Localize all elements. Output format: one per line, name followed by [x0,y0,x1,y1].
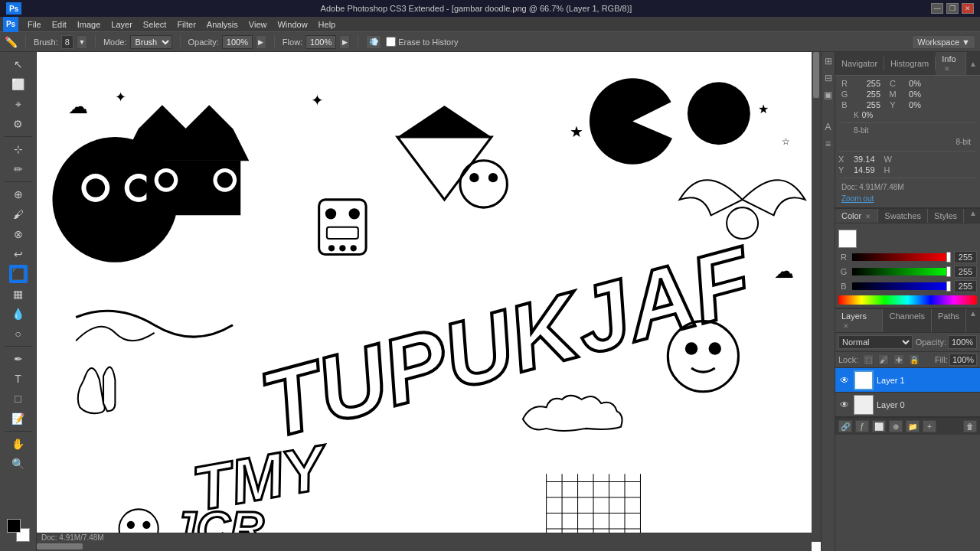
lock-paint-icon[interactable]: 🖌 [878,354,889,365]
airbrush-icon[interactable]: 💨 [366,35,381,49]
history-brush-tool[interactable]: ↩ [9,245,28,263]
v-scroll-thumb[interactable] [813,52,819,98]
lock-move-icon[interactable]: ✚ [893,354,904,365]
close-button[interactable]: ✕ [962,3,974,14]
text-tool[interactable]: T [9,370,28,388]
tab-color[interactable]: Color ✕ [835,209,878,223]
layer-adjustment-button[interactable]: ⊕ [889,420,903,432]
erase-to-history-checkbox[interactable] [386,37,396,47]
pen-tool[interactable]: ✒ [9,350,28,368]
panel-toggle-3[interactable]: ▣ [822,89,835,101]
layer-0-name: Layer 0 [877,400,977,409]
minimize-button[interactable]: — [931,3,943,14]
move-tool[interactable]: ↖ [9,55,28,73]
maximize-button[interactable]: ❐ [946,3,959,14]
gradient-tool[interactable]: ▦ [9,285,28,303]
panel-toggle-1[interactable]: ⊞ [822,55,835,67]
layer-item-1[interactable]: 👁 Layer 1 [835,368,980,393]
nav-panel-collapse[interactable]: ▲ [966,60,980,68]
panel-toggle-5[interactable]: ≡ [822,138,835,150]
blend-mode-select[interactable]: Normal [838,335,913,349]
h-scroll-thumb[interactable] [37,543,83,549]
r-slider-value[interactable]: 255 [954,251,977,263]
clone-stamp-tool[interactable]: ⊗ [9,225,28,243]
r-slider-thumb[interactable] [946,252,951,262]
dodge-tool[interactable]: ○ [9,324,28,343]
panel-toggle-2[interactable]: ⊟ [822,72,835,84]
shape-tool[interactable]: □ [9,390,28,408]
eraser-tool[interactable]: ⬛ [9,265,28,283]
notes-tool[interactable]: 📝 [9,409,28,428]
lock-transparent-icon[interactable]: ⬚ [863,354,874,365]
lock-all-icon[interactable]: 🔒 [909,354,920,365]
g-slider-thumb[interactable] [946,266,951,277]
layer-1-thumbnail [854,370,874,390]
layer-link-button[interactable]: 🔗 [838,420,852,432]
layer-style-button[interactable]: ƒ [855,420,869,432]
tab-channels[interactable]: Channels [883,309,931,332]
menu-select[interactable]: Select [139,18,172,31]
zoom-tool[interactable]: 🔍 [9,455,28,473]
tab-swatches[interactable]: Swatches [878,209,928,223]
g-slider-value[interactable]: 255 [954,266,977,278]
layer-item-0[interactable]: 👁 Layer 0 [835,393,980,417]
menu-filter[interactable]: Filter [172,18,200,31]
marquee-tool[interactable]: ⬜ [9,75,28,93]
layer-opacity-input[interactable]: 100% [948,335,977,349]
info-tab-close[interactable]: ✕ [944,65,950,73]
quick-select-tool[interactable]: ⚙ [9,115,28,133]
flow-input[interactable]: 100% [305,35,336,49]
color-spectrum-bar[interactable] [838,295,977,305]
hand-tool[interactable]: ✋ [9,435,28,453]
layer-1-visibility[interactable]: 👁 [838,374,851,386]
eyedropper-tool[interactable]: ✏ [9,160,28,178]
menu-edit[interactable]: Edit [47,18,71,31]
menu-view[interactable]: View [244,18,272,31]
healing-brush-tool[interactable]: ⊕ [9,185,28,204]
fill-input[interactable]: 100% [949,354,977,366]
tab-histogram[interactable]: Histogram [884,57,936,70]
tab-navigator[interactable]: Navigator [835,57,884,70]
b-slider-thumb[interactable] [946,281,951,292]
layer-group-button[interactable]: 📁 [906,420,920,432]
color-preview-swatch[interactable] [838,230,857,248]
tab-layers[interactable]: Layers ✕ [835,309,883,332]
lasso-tool[interactable]: ⌖ [9,95,28,113]
mode-select[interactable]: Brush [130,35,172,49]
horizontal-scrollbar[interactable] [37,542,812,551]
brush-tool[interactable]: 🖌 [9,205,28,223]
layers-panel-collapse[interactable]: ▲ [966,309,980,332]
b-slider-bar[interactable] [852,282,951,290]
flow-arrow[interactable]: ▶ [339,35,350,49]
layer-new-button[interactable]: + [923,420,936,432]
blur-tool[interactable]: 💧 [9,305,28,323]
menu-image[interactable]: Image [73,18,106,31]
layers-tab-close[interactable]: ✕ [843,322,849,330]
tab-paths[interactable]: Paths [932,309,966,332]
zoom-out-button[interactable]: Zoom out [838,193,977,204]
vertical-scrollbar[interactable] [812,52,821,542]
r-slider-bar[interactable] [852,253,951,261]
color-tab-close[interactable]: ✕ [865,213,871,220]
layer-0-visibility[interactable]: 👁 [838,399,851,411]
menu-window[interactable]: Window [273,18,312,31]
foreground-color-swatch[interactable] [7,519,21,533]
opacity-input[interactable]: 100% [222,35,253,49]
layer-delete-button[interactable]: 🗑 [963,420,977,432]
menu-analysis[interactable]: Analysis [202,18,243,31]
workspace-selector[interactable]: Workspace ▼ [912,35,975,49]
canvas-area[interactable]: ★ ★ ☆ ★ ☆ ★ ★ ☆ ★ TUPUKJAF TMY JCR [37,52,821,551]
tab-info[interactable]: Info ✕ [936,52,966,75]
opacity-arrow[interactable]: ▶ [256,35,266,49]
menu-help[interactable]: Help [314,18,341,31]
g-slider-bar[interactable] [852,268,951,276]
layer-mask-button[interactable]: ⬜ [872,420,886,432]
brush-dropdown-arrow[interactable]: ▼ [77,35,87,49]
color-panel-collapse[interactable]: ▲ [966,209,980,223]
b-slider-value[interactable]: 255 [954,280,977,292]
menu-file[interactable]: File [23,18,46,31]
menu-layer[interactable]: Layer [106,18,137,31]
tab-styles[interactable]: Styles [928,209,964,223]
crop-tool[interactable]: ⊹ [9,140,28,158]
panel-toggle-4[interactable]: A [822,121,835,133]
